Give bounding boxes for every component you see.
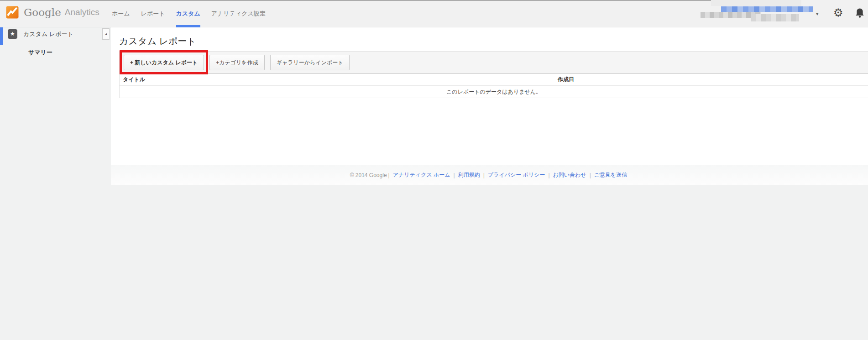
primary-nav: ホーム レポート カスタム アナリティクス設定 [112,0,277,27]
nav-tab-admin[interactable]: アナリティクス設定 [211,0,266,27]
new-custom-report-button[interactable]: + 新しいカスタム レポート [124,55,204,70]
sidebar-item-custom-reports[interactable]: ★ カスタム レポート [8,29,73,39]
window-top-edge [0,0,712,1]
empty-message: このレポートのデータはありません。 [446,88,541,96]
reports-toolbar: + 新しいカスタム レポート +カテゴリを作成 ギャラリーからインポート [120,52,868,74]
footer-link-privacy[interactable]: プライバシー ポリシー [488,171,545,179]
notifications-bell-icon[interactable] [855,8,864,21]
column-header-title: タイトル [120,76,145,84]
account-caret-down-icon[interactable]: ▾ [816,11,819,17]
column-header-created-date: 作成日 [558,76,574,84]
footer-link-feedback[interactable]: ご意見を送信 [594,171,627,179]
import-from-gallery-button[interactable]: ギャラリーからインポート [270,55,350,70]
collapse-arrow-icon: ◄ [105,32,108,36]
nav-tab-custom[interactable]: カスタム [176,0,200,27]
footer-separator: | [590,172,591,178]
account-menu-surface[interactable] [711,0,801,6]
custom-reports-panel: + 新しいカスタム レポート +カテゴリを作成 ギャラリーからインポート タイト… [119,51,868,98]
account-redacted-blur-blue[interactable] [721,6,813,12]
app-header: Google Analytics ホーム レポート カスタム アナリティクス設定… [0,0,868,27]
google-analytics-logo[interactable]: Google Analytics [6,6,99,19]
logo-google-text: Google [24,6,61,18]
empty-table-row: このレポートのデータはありません。 [120,86,868,98]
copyright-text: © 2014 Google [350,172,387,178]
footer-separator: | [388,172,390,178]
settings-gear-icon[interactable]: ⚙ [833,7,843,18]
logo-analytics-text: Analytics [65,7,99,17]
footer-link-contact[interactable]: お問い合わせ [553,171,586,179]
sidebar-item-summary[interactable]: サマリー [28,48,52,57]
sidebar-item-label: カスタム レポート [23,30,73,38]
reports-table-header: タイトル 作成日 [120,74,868,86]
ga-custom-reports-screen: Google Analytics ホーム レポート カスタム アナリティクス設定… [0,0,868,340]
footer-separator: | [454,172,455,178]
page-footer: © 2014 Google | アナリティクス ホーム | 利用規約 | プライ… [111,165,868,185]
highlighted-button-wrap: + 新しいカスタム レポート [124,55,204,70]
footer-separator: | [548,172,549,178]
footer-link-terms[interactable]: 利用規約 [458,171,480,179]
page-title: カスタム レポート [119,35,196,47]
footer-link-analytics-home[interactable]: アナリティクス ホーム [393,171,450,179]
star-icon: ★ [8,29,17,39]
nav-tab-reports[interactable]: レポート [141,0,165,27]
account-redacted-blur-gray-2[interactable] [751,14,799,21]
main-content: カスタム レポート + 新しいカスタム レポート +カテゴリを作成 ギャラリーか… [111,27,868,165]
create-category-button[interactable]: +カテゴリを作成 [209,55,264,70]
sidebar-collapse-button[interactable]: ◄ [102,28,110,40]
nav-tab-home[interactable]: ホーム [112,0,130,27]
footer-separator: | [483,172,485,178]
sidebar-active-indicator [0,27,3,45]
ga-logo-icon [6,6,19,19]
